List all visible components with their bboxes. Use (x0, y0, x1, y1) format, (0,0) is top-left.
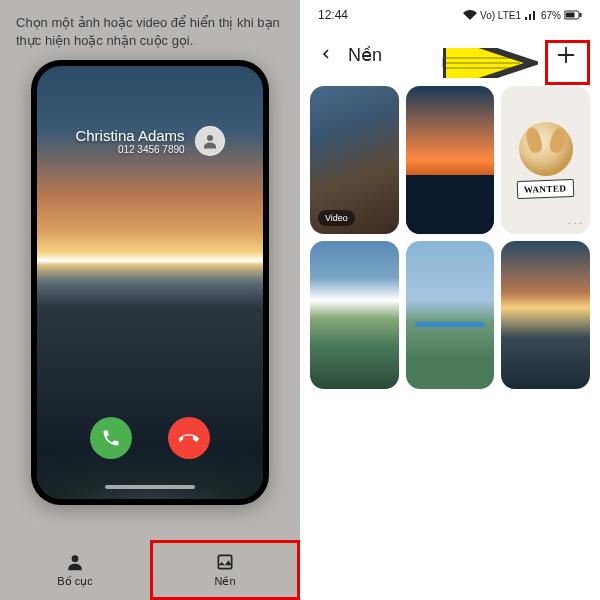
image-icon (215, 552, 235, 572)
chevron-left-icon (318, 46, 334, 62)
answer-button[interactable] (90, 417, 132, 459)
status-time: 12:44 (318, 8, 348, 22)
wifi-icon (463, 10, 477, 20)
add-button[interactable] (550, 39, 582, 71)
instruction-text: Chọn một ảnh hoặc video để hiển thị khi … (0, 0, 300, 60)
tab-layout-label: Bố cục (57, 575, 92, 588)
battery-icon (564, 10, 582, 20)
nav-handle (105, 485, 195, 489)
header-title: Nền (348, 44, 382, 66)
svg-rect-4 (566, 13, 575, 18)
svg-rect-5 (580, 13, 582, 17)
caller-avatar (195, 126, 225, 156)
wallpaper-thumb[interactable] (406, 86, 495, 234)
pager-dots: . . . (568, 215, 582, 226)
wallpaper-thumb[interactable] (406, 241, 495, 389)
call-buttons (37, 417, 263, 459)
phone-icon (101, 428, 121, 448)
svg-rect-2 (218, 555, 231, 568)
tab-background[interactable]: Nền (150, 540, 300, 600)
wallpaper-preview: Christina Adams 012 3456 7890 (37, 66, 263, 499)
back-button[interactable] (318, 44, 334, 67)
tab-layout[interactable]: Bố cục (0, 540, 150, 600)
plus-icon (555, 44, 577, 66)
status-battery: 67% (541, 10, 561, 21)
status-bar: 12:44 Vo) LTE1 67% (300, 0, 600, 30)
wallpaper-thumb[interactable]: Video (310, 86, 399, 234)
tab-background-label: Nền (214, 575, 235, 588)
caller-number: 012 3456 7890 (75, 144, 184, 155)
phone-down-icon (179, 428, 199, 448)
caller-name: Christina Adams (75, 127, 184, 144)
decline-button[interactable] (168, 417, 210, 459)
person-icon (65, 552, 85, 572)
wallpaper-thumb[interactable] (501, 241, 590, 389)
svg-point-0 (207, 135, 213, 141)
wanted-sign: WANTED (517, 179, 574, 199)
caller-info: Christina Adams 012 3456 7890 (37, 126, 263, 156)
wallpaper-gallery: Video WANTED . . . (300, 80, 600, 395)
wallpaper-thumb[interactable] (310, 241, 399, 389)
header: Nền (300, 30, 600, 80)
video-badge: Video (318, 210, 355, 226)
svg-point-1 (72, 555, 79, 562)
screen-call-settings: Chọn một ảnh hoặc video để hiển thị khi … (0, 0, 300, 600)
bottom-tabs: Bố cục Nền (0, 540, 300, 600)
signal-icon (524, 10, 538, 20)
dog-illustration (519, 122, 573, 176)
screen-background-picker: 12:44 Vo) LTE1 67% Nền Video (300, 0, 600, 600)
status-network: Vo) LTE1 (480, 10, 521, 21)
wallpaper-thumb[interactable]: WANTED . . . (501, 86, 590, 234)
phone-preview: Christina Adams 012 3456 7890 (31, 60, 269, 505)
